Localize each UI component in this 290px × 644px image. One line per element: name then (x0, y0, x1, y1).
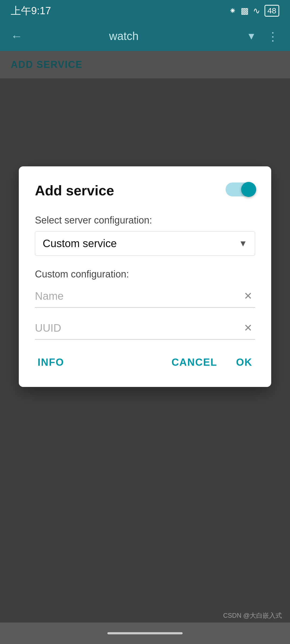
dialog-action-buttons: CANCEL OK (169, 351, 255, 374)
toolbar: ← watch ▼ ⋮ (0, 21, 290, 51)
status-icons: ⁕ ▩ ∿ 48 (229, 5, 279, 17)
home-indicator[interactable] (107, 632, 183, 634)
add-service-dialog: Add service Select server configuration:… (19, 166, 271, 387)
uuid-input-row: ✕ (35, 319, 255, 339)
status-time: 上午9:17 (11, 4, 51, 18)
server-config-value: Custom service (43, 237, 117, 250)
cancel-button[interactable]: CANCEL (169, 351, 220, 374)
dropdown-button[interactable]: ▼ (247, 31, 256, 42)
dialog-buttons: INFO CANCEL OK (35, 351, 255, 374)
ok-button[interactable]: OK (233, 351, 255, 374)
battery-icon: 48 (264, 5, 279, 17)
custom-config-label: Custom configuration: (35, 269, 255, 280)
name-input[interactable] (35, 290, 241, 302)
name-clear-button[interactable]: ✕ (241, 287, 255, 305)
status-bar: 上午9:17 ⁕ ▩ ∿ 48 (0, 0, 290, 21)
server-config-label: Select server configuration: (35, 215, 255, 226)
service-toggle[interactable] (226, 182, 255, 199)
watermark: CSDN @大白嵌入式 (223, 611, 282, 620)
toggle-track (226, 182, 255, 196)
more-button[interactable]: ⋮ (267, 30, 279, 43)
bluetooth-icon: ⁕ (229, 6, 236, 16)
select-arrow-icon: ▼ (239, 239, 247, 248)
wifi-icon: ∿ (253, 6, 260, 16)
uuid-clear-button[interactable]: ✕ (241, 319, 255, 336)
nav-bar (0, 623, 290, 644)
server-config-select[interactable]: Custom service ▼ (35, 231, 255, 256)
toggle-thumb (241, 182, 256, 197)
dialog-header: Add service (35, 182, 255, 199)
uuid-input[interactable] (35, 322, 241, 334)
info-button[interactable]: INFO (35, 351, 67, 374)
signal-icon: ▩ (241, 6, 249, 16)
toolbar-title: watch (12, 30, 236, 43)
dialog-title: Add service (35, 182, 114, 199)
name-input-row: ✕ (35, 287, 255, 308)
page-content: ADD SERVICE Add service Select server co… (0, 51, 290, 644)
